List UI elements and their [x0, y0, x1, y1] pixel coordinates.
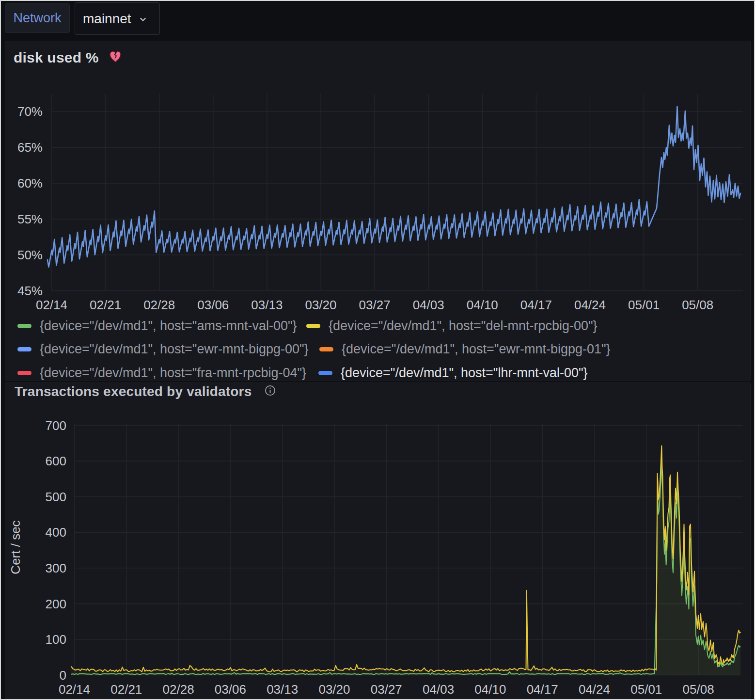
svg-text:04/17: 04/17	[520, 298, 552, 312]
svg-text:04/10: 04/10	[467, 298, 498, 312]
svg-text:03/20: 03/20	[305, 298, 336, 312]
svg-text:05/08: 05/08	[682, 298, 713, 312]
svg-text:03/13: 03/13	[267, 682, 298, 697]
svg-text:Cert / sec: Cert / sec	[8, 520, 23, 574]
svg-text:02/21: 02/21	[90, 298, 121, 312]
svg-text:05/08: 05/08	[683, 682, 714, 697]
svg-text:100: 100	[46, 632, 66, 647]
svg-text:04/03: 04/03	[423, 682, 454, 697]
svg-text:600: 600	[46, 454, 66, 468]
svg-text:60%: 60%	[17, 176, 43, 191]
svg-text:03/13: 03/13	[251, 298, 283, 312]
svg-text:05/01: 05/01	[628, 298, 660, 312]
svg-text:700: 700	[46, 418, 66, 433]
svg-text:02/14: 02/14	[36, 298, 67, 312]
svg-text:04/24: 04/24	[579, 682, 610, 697]
svg-text:05/01: 05/01	[630, 682, 662, 697]
svg-text:55%: 55%	[17, 212, 43, 226]
svg-text:04/10: 04/10	[474, 682, 506, 697]
svg-text:45%: 45%	[17, 284, 43, 298]
svg-text:500: 500	[46, 490, 66, 504]
svg-text:02/21: 02/21	[110, 682, 142, 697]
svg-text:03/06: 03/06	[197, 298, 229, 312]
svg-text:04/17: 04/17	[527, 682, 558, 697]
svg-text:50%: 50%	[17, 248, 43, 262]
svg-text:300: 300	[46, 561, 66, 575]
svg-text:04/24: 04/24	[574, 298, 606, 312]
svg-text:03/06: 03/06	[215, 682, 246, 697]
svg-text:65%: 65%	[17, 140, 43, 155]
svg-text:02/14: 02/14	[59, 682, 90, 697]
svg-text:03/27: 03/27	[371, 682, 402, 697]
svg-text:0: 0	[60, 668, 66, 683]
svg-text:02/28: 02/28	[143, 298, 175, 312]
svg-text:400: 400	[46, 525, 66, 540]
svg-text:03/27: 03/27	[359, 298, 391, 312]
svg-text:02/28: 02/28	[163, 682, 194, 697]
svg-text:70%: 70%	[17, 104, 43, 119]
svg-text:04/03: 04/03	[413, 298, 444, 312]
svg-text:03/20: 03/20	[318, 682, 350, 697]
svg-text:200: 200	[46, 597, 66, 611]
